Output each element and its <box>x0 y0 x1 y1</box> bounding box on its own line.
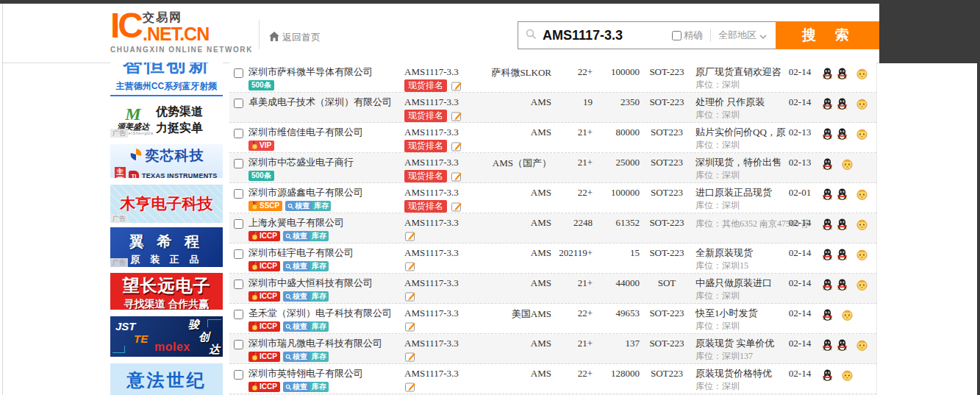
row-checkbox[interactable] <box>234 189 243 199</box>
qq-icon[interactable] <box>837 128 848 140</box>
wangwang-icon[interactable] <box>856 339 868 351</box>
company-link[interactable]: 卓美成电子技术（深圳）有限公司 <box>248 96 404 107</box>
company-link[interactable]: 深圳市中盛大恒科技有限公司 <box>248 277 404 288</box>
edit-icon[interactable] <box>451 140 462 152</box>
company-link[interactable]: 深圳市维信佳电子有限公司 <box>248 127 404 138</box>
row-checkbox[interactable] <box>234 370 243 380</box>
part-number-link[interactable]: AMS1117-3.3 <box>404 247 487 258</box>
site-logo[interactable]: IC 交易网 .NET.CN CHUANGXIN ONLINE NETWORK <box>110 8 253 54</box>
edit-icon[interactable] <box>451 110 462 122</box>
qq-icon[interactable] <box>822 249 833 260</box>
badge-check[interactable]: 核查库存 <box>283 382 329 392</box>
qq-icon[interactable] <box>822 98 833 110</box>
stock-rank-badge[interactable]: 现货排名 <box>404 79 447 92</box>
company-link[interactable]: 深圳市英特翎电子有限公司 <box>248 368 404 379</box>
part-number-link[interactable]: AMS1117-3.3 <box>404 96 487 107</box>
row-checkbox[interactable] <box>234 340 243 349</box>
qq-icon[interactable] <box>837 218 848 230</box>
qq-icon[interactable] <box>822 158 833 170</box>
row-checkbox[interactable] <box>234 68 243 78</box>
region-dropdown[interactable]: 全部地区 <box>718 29 767 42</box>
wangwang-icon[interactable] <box>856 218 868 230</box>
ad-banner-yuanmeishengda[interactable]: M 源美盛达 YuanMeiShengDa 优势渠道 力挺实单 广告 <box>110 102 223 138</box>
qq-icon[interactable] <box>822 339 833 351</box>
part-number-link[interactable]: AMS1117-3.3 <box>404 277 487 288</box>
edit-icon[interactable] <box>404 321 416 332</box>
part-number-link[interactable]: AMS1117-3.3 <box>404 66 487 77</box>
company-link[interactable]: 深圳市源盛鑫电子有限公司 <box>248 187 404 198</box>
badge-check[interactable]: 核查库存 <box>285 201 331 211</box>
ad-banner-wangchangyuan[interactable]: 望长远电子 寻找渠道 合作共赢 <box>110 273 223 310</box>
edit-icon[interactable] <box>404 351 416 363</box>
company-link[interactable]: 深圳市硅宇电子有限公司 <box>248 247 404 258</box>
wangwang-icon[interactable] <box>856 68 868 79</box>
qq-icon[interactable] <box>837 188 848 200</box>
qq-icon[interactable] <box>837 98 848 110</box>
company-link[interactable]: 深圳市中芯盛业电子商行 <box>248 157 404 168</box>
row-checkbox[interactable] <box>234 280 243 289</box>
wangwang-icon[interactable] <box>841 369 854 381</box>
stock-rank-badge[interactable]: 现货排名 <box>404 110 447 122</box>
company-link[interactable]: 圣禾堂（深圳）电子科技有限公司 <box>248 307 404 319</box>
edit-icon[interactable] <box>404 260 416 272</box>
qq-icon[interactable] <box>822 188 833 200</box>
part-number-link[interactable]: AMS1117-3.3 <box>404 217 487 228</box>
search-button[interactable]: 搜 索 <box>776 21 880 49</box>
badge-check[interactable]: 核查库存 <box>283 352 329 362</box>
qq-icon[interactable] <box>837 279 848 291</box>
company-link[interactable]: 深圳市萨科微半导体有限公司 <box>248 66 404 77</box>
edit-icon[interactable] <box>404 291 416 302</box>
edit-icon[interactable] <box>451 201 462 213</box>
wangwang-icon[interactable] <box>856 98 868 110</box>
wangwang-icon[interactable] <box>841 309 854 321</box>
qq-icon[interactable] <box>822 68 833 79</box>
company-link[interactable]: 深圳市瑞凡微电子科技有限公司 <box>248 338 404 349</box>
row-checkbox[interactable] <box>234 99 243 108</box>
ad-banner-yixicheng[interactable]: 翼 希 程 原 装 正 品 广告 <box>110 227 223 267</box>
edit-icon[interactable] <box>451 171 462 182</box>
home-link[interactable]: 返回首页 <box>269 31 321 44</box>
edit-icon[interactable] <box>451 80 462 92</box>
qq-icon[interactable] <box>822 369 833 381</box>
company-link[interactable]: 上海永簧电子有限公司 <box>248 217 404 228</box>
ad-banner-junchuangda[interactable]: JST TE molex 骏 创 达 <box>110 316 223 357</box>
search-input[interactable] <box>541 27 672 44</box>
stock-rank-badge[interactable]: 现货排名 <box>404 140 447 152</box>
part-number-link[interactable]: AMS1117-3.3 <box>404 368 487 379</box>
ad-banner-zhixin[interactable]: 智恒创新 主营德州CC系列蓝牙射频 <box>110 63 223 96</box>
wangwang-icon[interactable] <box>841 158 854 170</box>
exact-match-option[interactable]: 精确 <box>672 29 703 42</box>
qq-icon[interactable] <box>837 339 848 351</box>
stock-rank-badge[interactable]: 现货排名 <box>404 170 447 182</box>
qq-icon[interactable] <box>822 309 833 321</box>
qq-icon[interactable] <box>837 249 848 260</box>
qq-icon[interactable] <box>837 68 848 79</box>
wangwang-icon[interactable] <box>856 128 868 140</box>
part-number-link[interactable]: AMS1117-3.3 <box>404 157 487 168</box>
badge-check[interactable]: 核查库存 <box>283 261 329 271</box>
row-checkbox[interactable] <box>234 219 243 229</box>
edit-icon[interactable] <box>404 381 416 393</box>
badge-check[interactable]: 核查库存 <box>283 291 329 302</box>
row-checkbox[interactable] <box>234 310 243 319</box>
part-number-link[interactable]: AMS1117-3.3 <box>404 127 487 138</box>
wangwang-icon[interactable] <box>856 188 868 200</box>
row-checkbox[interactable] <box>234 249 243 259</box>
ad-banner-yifashiji[interactable]: 意法世纪 联系电话: 0755-83205515 <box>110 363 223 395</box>
exact-match-checkbox[interactable] <box>672 31 682 40</box>
wangwang-icon[interactable] <box>856 249 868 260</box>
row-checkbox[interactable] <box>234 129 243 138</box>
part-number-link[interactable]: AMS1117-3.3 <box>404 187 487 198</box>
part-number-link[interactable]: AMS1117-3.3 <box>404 307 487 319</box>
qq-icon[interactable] <box>822 279 833 291</box>
qq-icon[interactable] <box>822 128 833 140</box>
row-checkbox[interactable] <box>234 159 243 168</box>
wangwang-icon[interactable] <box>856 279 868 291</box>
ad-banner-yixin[interactable]: 奕芯科技 主营 TI TEXAS INSTRUMENTS <box>110 144 223 178</box>
ad-banner-muheng[interactable]: 木亨电子科技 广告 <box>110 185 223 223</box>
badge-check[interactable]: 核查库存 <box>283 231 329 241</box>
edit-icon[interactable] <box>404 230 416 242</box>
stock-rank-badge[interactable]: 现货排名 <box>404 200 447 213</box>
part-number-link[interactable]: AMS1117-3.3 <box>404 338 487 349</box>
badge-check[interactable]: 核查库存 <box>283 321 329 332</box>
